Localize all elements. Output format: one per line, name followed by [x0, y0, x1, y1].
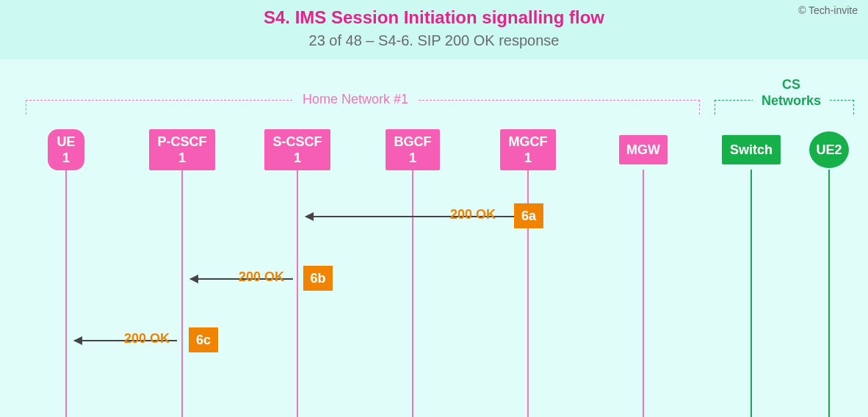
node-pcscf1: P-CSCF 1	[149, 129, 215, 170]
msg-box-6a: 6a	[514, 203, 543, 228]
node-switch-label: Switch	[722, 142, 781, 159]
node-scscf1-l1: S-CSCF	[264, 134, 330, 151]
page-title: S4. IMS Session Initiation signalling fl…	[0, 7, 868, 28]
node-scscf1-l2: 1	[264, 150, 330, 167]
lifeline-mgw	[643, 170, 644, 417]
node-ue1-l1: UE	[48, 134, 84, 151]
sequence-diagram: Home Network #1 CS Networks UE 1 P-CSCF …	[0, 59, 868, 412]
node-bgcf1-l1: BGCF	[386, 134, 440, 151]
node-pcscf1-l2: 1	[149, 150, 215, 167]
page-subtitle: 23 of 48 – S4-6. SIP 200 OK response	[0, 32, 868, 49]
msg-label-6b: 200 OK	[239, 269, 284, 285]
lifeline-ue2	[828, 170, 830, 417]
lifeline-bgcf1	[412, 170, 413, 417]
node-mgcf1-l1: MGCF	[500, 134, 556, 151]
header: © Tech-invite S4. IMS Session Initiation…	[0, 0, 868, 59]
msg-box-6b: 6b	[303, 266, 333, 291]
node-pcscf1-l1: P-CSCF	[149, 134, 215, 151]
node-scscf1: S-CSCF 1	[264, 129, 330, 170]
node-mgcf1: MGCF 1	[500, 129, 556, 170]
node-bgcf1-l2: 1	[386, 150, 440, 167]
node-ue1-l2: 1	[48, 150, 84, 167]
node-mgw-label: MGW	[619, 142, 668, 159]
copyright-text: © Tech-invite	[798, 4, 858, 16]
lifeline-ue1	[65, 170, 67, 417]
group-label-cs: CS Networks	[753, 77, 830, 109]
msg-label-6c: 200 OK	[124, 331, 170, 347]
lifeline-scscf1	[297, 170, 298, 417]
node-ue2: UE2	[809, 131, 849, 168]
lifeline-pcscf1	[181, 170, 183, 417]
group-label-cs-text: CS Networks	[762, 77, 821, 109]
node-mgcf1-l2: 1	[500, 150, 556, 167]
node-switch: Switch	[722, 135, 781, 164]
node-bgcf1: BGCF 1	[386, 129, 440, 170]
group-label-home: Home Network #1	[294, 92, 417, 107]
node-ue2-label: UE2	[809, 142, 849, 159]
msg-label-6a: 200 OK	[450, 207, 496, 222]
lifeline-switch	[751, 170, 752, 417]
node-mgw: MGW	[619, 135, 668, 164]
msg-box-6c: 6c	[189, 327, 218, 352]
node-ue1: UE 1	[48, 129, 84, 170]
